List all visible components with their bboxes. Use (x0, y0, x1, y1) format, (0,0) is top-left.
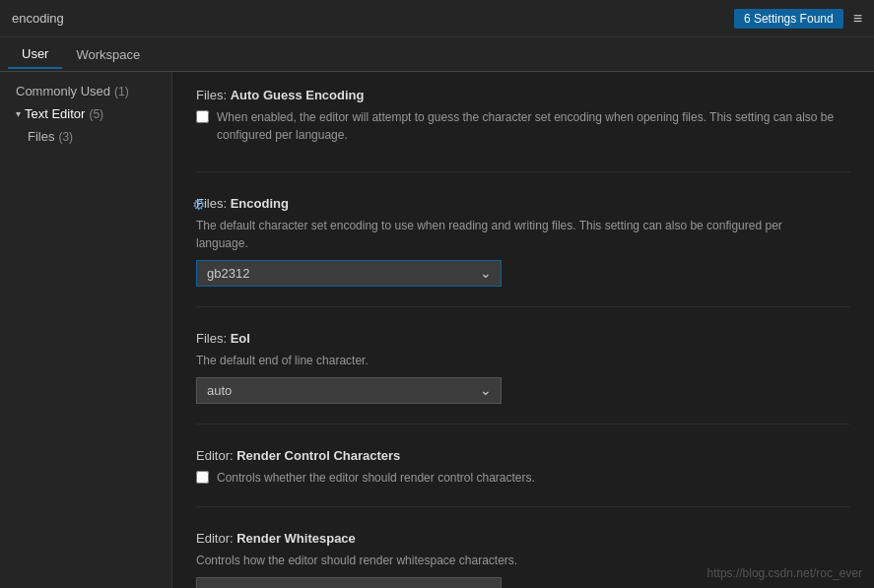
top-bar-right: 6 Settings Found ≡ (734, 9, 862, 29)
gear-icon-wrapper: ⚙ (192, 196, 205, 214)
setting-title-eol: Files: Eol (196, 331, 850, 346)
setting-title-auto-guess: Files: Auto Guess Encoding (196, 88, 850, 102)
sidebar-item-text-editor[interactable]: ▾ Text Editor (5) (0, 102, 171, 125)
render-whitespace-select-wrapper: none boundary selection trailing all (196, 577, 502, 588)
auto-guess-desc: When enabled, the editor will attempt to… (217, 108, 847, 144)
sidebar-item-files[interactable]: Files (3) (0, 125, 171, 148)
content-area: Files: Auto Guess Encoding When enabled,… (172, 72, 874, 588)
main-layout: Commonly Used (1) ▾ Text Editor (5) File… (0, 72, 874, 588)
setting-auto-guess-encoding: Files: Auto Guess Encoding When enabled,… (196, 88, 850, 172)
search-query: encoding (12, 11, 64, 26)
tab-row: User Workspace (0, 37, 874, 72)
text-editor-count: (5) (89, 107, 103, 121)
gear-icon: ⚙ (192, 196, 205, 213)
render-whitespace-select[interactable]: none boundary selection trailing all (196, 577, 502, 588)
hamburger-icon[interactable]: ≡ (853, 10, 862, 28)
top-bar: encoding 6 Settings Found ≡ (0, 0, 874, 37)
encoding-select[interactable]: auto utf-8 gb2312 utf-16le utf-16be (196, 260, 502, 287)
watermark: https://blog.csdn.net/roc_ever (707, 566, 862, 580)
tab-user[interactable]: User (8, 40, 62, 69)
checkbox-row-render-control: Controls whether the editor should rende… (196, 469, 850, 487)
files-count: (3) (58, 130, 73, 144)
commonly-used-count: (1) (114, 85, 129, 98)
sidebar-item-commonly-used[interactable]: Commonly Used (1) (0, 80, 171, 102)
setting-eol: Files: Eol The default end of line chara… (196, 331, 850, 425)
render-control-desc: Controls whether the editor should rende… (217, 469, 535, 487)
commonly-used-label: Commonly Used (16, 84, 110, 98)
tab-workspace[interactable]: Workspace (62, 41, 154, 68)
eol-select[interactable]: auto \n \r\n (196, 377, 502, 404)
setting-title-render-control: Editor: Render Control Characters (196, 448, 850, 463)
eol-select-wrapper: auto \n \r\n (196, 377, 502, 404)
setting-title-render-whitespace: Editor: Render Whitespace (196, 531, 850, 546)
files-label: Files (28, 129, 54, 144)
text-editor-label: Text Editor (25, 106, 85, 121)
encoding-desc: The default character set encoding to us… (196, 217, 827, 252)
chevron-icon: ▾ (16, 108, 21, 119)
auto-guess-encoding-checkbox[interactable] (196, 110, 209, 123)
setting-render-control: Editor: Render Control Characters Contro… (196, 448, 850, 507)
settings-found-badge: 6 Settings Found (734, 9, 843, 29)
setting-title-encoding: Files: Encoding (196, 196, 850, 211)
checkbox-row-auto-guess: When enabled, the editor will attempt to… (196, 108, 850, 152)
encoding-select-wrapper: auto utf-8 gb2312 utf-16le utf-16be (196, 260, 502, 287)
eol-desc: The default end of line character. (196, 352, 827, 369)
render-control-checkbox[interactable] (196, 471, 209, 484)
setting-encoding: ⚙ Files: Encoding The default character … (196, 196, 850, 307)
sidebar: Commonly Used (1) ▾ Text Editor (5) File… (0, 72, 172, 588)
